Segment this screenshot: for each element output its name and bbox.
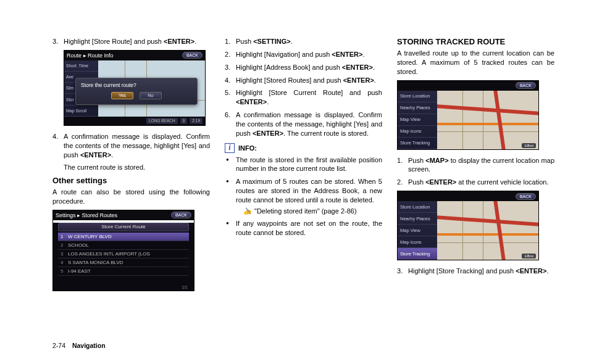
column-1: Highlight [Store Route] and push <ENTER>… <box>52 37 210 296</box>
menu-store-tracking[interactable]: Store Tracking <box>398 248 437 260</box>
back-button[interactable]: BACK <box>171 212 191 218</box>
map-area: 1/8mi <box>437 91 538 149</box>
page-indicator: 1/1 <box>182 285 188 289</box>
col2-step: Highlight [Store Current Route] and push… <box>225 88 382 107</box>
back-button[interactable]: BACK <box>516 82 536 89</box>
info-bullets-2: If any waypoints are not set on the rout… <box>225 219 382 238</box>
cross-reference: ✍"Deleting stored item" (page 2-86) <box>225 207 382 215</box>
side-item[interactable]: Short. Time <box>64 60 98 72</box>
list-row[interactable]: 5I-94 EAST <box>58 267 189 276</box>
back-button[interactable]: BACK <box>516 193 536 200</box>
info-bullet: The route is stored in the first availab… <box>225 155 382 174</box>
menu-store-tracking[interactable]: Store Tracking <box>398 138 437 149</box>
page-number: 2-74 <box>52 342 65 349</box>
col1-step-3: Highlight [Store Route] and push <ENTER>… <box>52 37 210 46</box>
list-row[interactable]: 1W CENTURY BLVD <box>58 233 189 241</box>
info-label: INFO: <box>238 144 257 152</box>
yes-button[interactable]: Yes <box>111 92 133 99</box>
back-button[interactable]: BACK <box>182 52 203 59</box>
storing-tracked-heading: STORING TRACKED ROUTE <box>397 37 554 46</box>
other-settings-intro: A route can also be stored using the fol… <box>52 188 210 206</box>
section-name: Navigation <box>72 342 106 349</box>
menu-map-view[interactable]: Map View <box>398 114 437 126</box>
shot2-title: Settings ▸ Stored Routes <box>56 212 117 218</box>
scale-indicator: 1/8mi <box>522 254 536 259</box>
list-row[interactable]: 3LOS ANGELES INTL AIRPORT (LOS <box>58 250 189 259</box>
menu-store-location[interactable]: Store Location <box>398 91 437 102</box>
screenshot-stored-routes: Settings ▸ Stored Routes BACK Store Curr… <box>52 210 194 291</box>
page-ref-icon: ✍ <box>243 207 252 215</box>
col1-steps-upper: Highlight [Store Route] and push <ENTER>… <box>52 37 210 46</box>
col3-step: Push <ENTER> at the current vehicle loca… <box>397 178 554 187</box>
menu-nearby-places[interactable]: Nearby Places <box>398 102 437 114</box>
list-row[interactable]: 2SCHOOL <box>58 241 189 250</box>
col2-step: Push <SETTING>. <box>225 37 382 46</box>
col3-step: Push <MAP> to display the current locati… <box>397 156 554 175</box>
info-bullet: A maximum of 5 routes can be stored. Whe… <box>225 177 382 205</box>
col1-step-4: A confirmation message is displayed. Con… <box>52 132 210 160</box>
dialog-question: Store the current route? <box>81 82 192 88</box>
page-footer: 2-74 Navigation <box>52 342 106 349</box>
menu-store-location[interactable]: Store Location <box>398 201 437 213</box>
other-settings-heading: Other settings <box>52 176 210 185</box>
screenshot-route-dialog: Route ▸ Route Info BACK Short. Time Ave … <box>64 50 206 126</box>
col3-steps-a: Push <MAP> to display the current locati… <box>397 156 554 188</box>
map-area: 1/8mi <box>437 201 538 260</box>
screenshot-map-menu-2: BACK Store Location Nearby Places Map Vi… <box>397 191 539 260</box>
info-icon: i <box>225 143 235 153</box>
col1-step4-sub: The current route is stored. <box>52 163 210 172</box>
menu-map-icons[interactable]: Map Icons <box>398 236 437 248</box>
store-current-route-button[interactable]: Store Current Route <box>58 223 189 231</box>
menu-nearby-places[interactable]: Nearby Places <box>398 213 437 225</box>
col3-step: Highlight [Store Tracking] and push <ENT… <box>397 267 554 276</box>
side-item[interactable]: Map Scroll <box>64 105 98 117</box>
col1-steps-lower: A confirmation message is displayed. Con… <box>52 132 210 160</box>
info-bullets: The route is stored in the first availab… <box>225 155 382 205</box>
info-header: i INFO: <box>225 143 382 153</box>
col2-steps: Push <SETTING>. Highlight [Navigation] a… <box>225 37 382 138</box>
col2-step: Highlight [Navigation] and push <ENTER>. <box>225 50 382 59</box>
col3-steps-b: Highlight [Store Tracking] and push <ENT… <box>397 267 554 276</box>
col3-intro: A travelled route up to the current loca… <box>397 49 554 77</box>
menu-map-view[interactable]: Map View <box>398 225 437 236</box>
screenshot-map-menu-1: BACK Store Location Nearby Places Map Vi… <box>397 80 539 150</box>
info-bullet: If any waypoints are not set on the rout… <box>225 219 382 238</box>
confirm-dialog: Store the current route? Yes No <box>75 78 198 105</box>
column-2: Push <SETTING>. Highlight [Navigation] a… <box>225 37 382 296</box>
col2-step: Highlight [Address Book] and push <ENTER… <box>225 63 382 72</box>
no-button[interactable]: No <box>140 92 162 99</box>
list-row[interactable]: 4S SANTA MONICA BLVD <box>58 259 189 267</box>
shot1-title: Route ▸ Route Info <box>67 52 114 59</box>
column-3: STORING TRACKED ROUTE A travelled route … <box>397 37 554 296</box>
menu-map-icons[interactable]: Map Icons <box>398 126 437 138</box>
scale-indicator: 1/8mi <box>522 143 536 148</box>
col2-step: Highlight [Stored Routes] and push <ENTE… <box>225 76 382 85</box>
col2-step: A confirmation message is displayed. Con… <box>225 110 382 138</box>
